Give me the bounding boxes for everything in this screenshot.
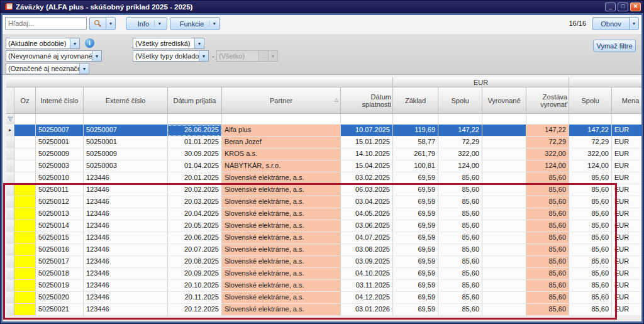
column-header-vyrovnane[interactable]: Vyrovnané	[482, 87, 526, 114]
typy-dropdown-icon[interactable]: ▾	[199, 51, 208, 61]
cell-interne-cislo[interactable]: 50250009	[36, 148, 84, 160]
cell-oz[interactable]	[14, 280, 36, 292]
cell-spolu-2[interactable]: 85,60	[569, 280, 612, 292]
cell-zostava-vyrovnat[interactable]: 85,60	[526, 280, 569, 292]
cell-interne-cislo[interactable]: 50250017	[36, 256, 84, 268]
cell-partner[interactable]: Slovenské elektrárne, a.s.	[222, 196, 341, 208]
cell-mena[interactable]: EUR	[612, 148, 641, 160]
cell-datum-splatnosti[interactable]: 03.01.2026	[341, 304, 393, 316]
cell-externe-cislo[interactable]: 123446	[84, 244, 168, 256]
filter-cell-mena[interactable]	[612, 114, 641, 125]
typy-dokladov-filter[interactable]: (Všetky typy dokladov) ▾	[133, 50, 209, 62]
cell-vyrovnane[interactable]	[482, 256, 526, 268]
cell-datum-prijatia[interactable]: 20.02.2025	[168, 184, 222, 196]
cell-spolu[interactable]: 85,60	[438, 268, 482, 280]
cell-vyrovnane[interactable]	[482, 125, 526, 137]
column-header-externe-cislo[interactable]: Externé číslo	[84, 87, 168, 114]
cell-datum-splatnosti[interactable]: 15.04.2025	[341, 160, 393, 172]
cell-zaklad[interactable]: 261,79	[393, 148, 438, 160]
cell-zostava-vyrovnat[interactable]: 124,00	[526, 160, 569, 172]
cell-datum-splatnosti[interactable]: 14.10.2025	[341, 148, 393, 160]
cell-spolu-2[interactable]: 85,60	[569, 268, 612, 280]
cell-spolu[interactable]: 85,60	[438, 244, 482, 256]
table-row[interactable]: ▸ 50250010 123446 20.01.2025 Slovenské e…	[6, 172, 641, 184]
table-row[interactable]: ▸ 50250003 50250003 01.04.2025 NÁBYTKÁR,…	[6, 160, 641, 172]
cell-mena[interactable]: EUR	[612, 137, 641, 148]
cell-zaklad[interactable]: 69,59	[393, 292, 438, 304]
cell-datum-splatnosti[interactable]: 03.02.2025	[341, 172, 393, 184]
cell-mena[interactable]: EUR	[612, 125, 641, 137]
cell-zaklad[interactable]: 69,59	[393, 256, 438, 268]
cell-interne-cislo[interactable]: 50250003	[36, 160, 84, 172]
cell-mena[interactable]: EUR	[612, 232, 641, 244]
cell-zostava-vyrovnat[interactable]: 85,60	[526, 244, 569, 256]
cell-datum-splatnosti[interactable]: 04.10.2025	[341, 268, 393, 280]
cell-vyrovnane[interactable]	[482, 280, 526, 292]
oznacene-dropdown-icon[interactable]: ▾	[79, 64, 89, 74]
cell-oz[interactable]	[14, 304, 36, 316]
cell-zaklad[interactable]: 69,59	[393, 184, 438, 196]
cell-datum-splatnosti[interactable]: 03.04.2025	[341, 196, 393, 208]
cell-spolu[interactable]: 85,60	[438, 184, 482, 196]
cell-vyrovnane[interactable]	[482, 160, 526, 172]
cell-mena[interactable]: EUR	[612, 160, 641, 172]
cell-vyrovnane[interactable]	[482, 208, 526, 220]
cell-datum-prijatia[interactable]: 20.05.2025	[168, 220, 222, 232]
cell-zaklad[interactable]: 69,59	[393, 208, 438, 220]
cell-spolu-2[interactable]: 85,60	[569, 292, 612, 304]
cell-externe-cislo[interactable]: 123446	[84, 196, 168, 208]
cell-partner[interactable]: Slovenské elektrárne, a.s.	[222, 208, 341, 220]
cell-spolu-2[interactable]: 85,60	[569, 244, 612, 256]
cell-zaklad[interactable]: 69,59	[393, 304, 438, 316]
cell-vyrovnane[interactable]	[482, 220, 526, 232]
cell-datum-prijatia[interactable]: 20.12.2025	[168, 304, 222, 316]
cell-datum-splatnosti[interactable]: 03.09.2025	[341, 256, 393, 268]
cell-externe-cislo[interactable]: 123446	[84, 268, 168, 280]
cell-datum-prijatia[interactable]: 01.01.2025	[168, 137, 222, 148]
cell-interne-cislo[interactable]: 50250014	[36, 220, 84, 232]
cell-spolu[interactable]: 322,00	[438, 148, 482, 160]
cell-zostava-vyrovnat[interactable]: 147,22	[526, 125, 569, 137]
cell-oz[interactable]	[14, 208, 36, 220]
cell-spolu[interactable]: 85,60	[438, 196, 482, 208]
filter-cell-zaklad[interactable]	[393, 114, 438, 125]
cell-spolu[interactable]: 147,22	[438, 125, 482, 137]
cell-interne-cislo[interactable]: 50250018	[36, 268, 84, 280]
filter-cell-vyrovnane[interactable]	[482, 114, 526, 125]
table-row[interactable]: ▸ 50250016 123446 20.07.2025 Slovenské e…	[6, 244, 641, 256]
table-row[interactable]: ▸ 50250015 123446 20.06.2025 Slovenské e…	[6, 232, 641, 244]
table-row[interactable]: ▸ 50250021 123446 20.12.2025 Slovenské e…	[6, 304, 641, 316]
cell-spolu-2[interactable]: 85,60	[569, 256, 612, 268]
cell-zostava-vyrovnat[interactable]: 85,60	[526, 208, 569, 220]
column-header-spolu-2[interactable]: Spolu	[569, 87, 612, 114]
cell-partner[interactable]: Beran Jozef	[222, 137, 341, 148]
cell-datum-splatnosti[interactable]: 04.05.2025	[341, 208, 393, 220]
cell-externe-cislo[interactable]: 123446	[84, 292, 168, 304]
cell-partner[interactable]: Slovenské elektrárne, a.s.	[222, 256, 341, 268]
filter-cell-externe[interactable]	[84, 114, 168, 125]
cell-externe-cislo[interactable]: 50250001	[84, 137, 168, 148]
cell-datum-splatnosti[interactable]: 06.03.2025	[341, 184, 393, 196]
cell-datum-prijatia[interactable]: 20.10.2025	[168, 280, 222, 292]
table-row[interactable]: ▸ 50250018 123446 20.09.2025 Slovenské e…	[6, 268, 641, 280]
column-header-oz[interactable]: Oz	[14, 87, 36, 114]
obdobie-dropdown-icon[interactable]: ▾	[70, 38, 79, 48]
cell-interne-cislo[interactable]: 50250019	[36, 280, 84, 292]
cell-spolu[interactable]: 85,60	[438, 232, 482, 244]
cell-datum-splatnosti[interactable]: 04.07.2025	[341, 232, 393, 244]
cell-oz[interactable]	[14, 256, 36, 268]
funkcie-button[interactable]: Funkcie ▾	[170, 17, 220, 30]
cell-datum-prijatia[interactable]: 20.07.2025	[168, 244, 222, 256]
cell-spolu[interactable]: 85,60	[438, 208, 482, 220]
cell-vyrovnane[interactable]	[482, 232, 526, 244]
table-row[interactable]: ▸ 50250013 123446 20.04.2025 Slovenské e…	[6, 208, 641, 220]
cell-zaklad[interactable]: 69,59	[393, 220, 438, 232]
cell-interne-cislo[interactable]: 50250010	[36, 172, 84, 184]
cell-partner[interactable]: Slovenské elektrárne, a.s.	[222, 172, 341, 184]
cell-datum-prijatia[interactable]: 20.03.2025	[168, 196, 222, 208]
cell-mena[interactable]: EUR	[612, 292, 641, 304]
cell-oz[interactable]	[14, 160, 36, 172]
column-header-partner[interactable]: Partner △	[222, 87, 341, 114]
cell-zaklad[interactable]: 58,77	[393, 137, 438, 148]
cell-vyrovnane[interactable]	[482, 292, 526, 304]
